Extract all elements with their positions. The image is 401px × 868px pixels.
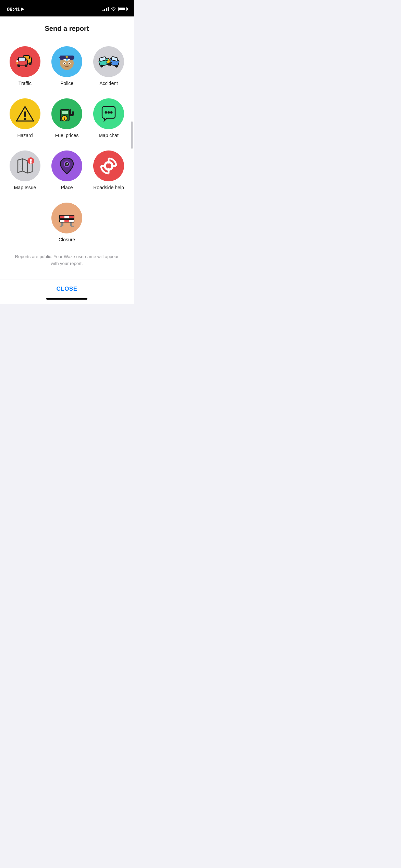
main-content: Send a report [0,16,134,279]
accident-label: Accident [99,81,118,86]
place-icon-circle [51,150,82,181]
svg-rect-9 [16,62,18,64]
fuel-icon-circle: $ [51,98,82,129]
svg-point-14 [66,59,68,61]
svg-point-7 [25,64,27,67]
svg-point-6 [17,64,20,67]
mapissue-label: Map Issue [14,185,36,190]
fuel-button[interactable]: $ Fuel prices [47,93,86,142]
traffic-icon-circle [10,46,40,77]
mapissue-icon-circle [10,150,40,181]
mapchat-label: Map chat [99,133,119,138]
scroll-indicator [131,121,133,149]
svg-point-39 [105,111,107,114]
svg-text:$: $ [63,117,65,120]
svg-rect-69 [69,215,74,219]
place-button[interactable]: Place [47,145,86,194]
home-bar [46,298,87,300]
police-label: Police [60,81,73,86]
svg-rect-36 [72,111,74,116]
closure-row: Closure [0,197,134,249]
roadside-icon-circle [93,150,124,181]
privacy-note: Reports are public. Your Waze username w… [0,249,134,272]
svg-rect-30 [24,111,26,117]
hazard-label: Hazard [17,133,33,138]
page-title: Send a report [0,16,134,38]
svg-point-18 [69,63,70,64]
svg-point-31 [24,118,26,120]
closure-label: Closure [59,237,75,242]
mapchat-button[interactable]: Map chat [89,93,128,142]
svg-point-40 [108,111,110,114]
svg-point-17 [64,63,65,64]
wifi-icon [111,6,116,12]
traffic-label: Traffic [19,81,32,86]
status-bar: 09:41 ▶ [0,0,134,16]
svg-rect-72 [60,219,64,222]
police-button[interactable]: Police [47,41,86,90]
accident-icon-circle [93,46,124,77]
svg-rect-73 [64,219,69,222]
report-grid: Traffic [0,38,134,197]
signal-icon [102,7,109,11]
location-icon: ▶ [21,7,24,11]
close-button[interactable]: CLOSE [7,286,127,292]
mapissue-button[interactable]: Map Issue [5,145,45,194]
closure-icon-circle [51,203,82,233]
place-label: Place [61,185,73,190]
svg-line-45 [18,160,23,171]
roadside-button[interactable]: Roadside help [89,145,128,194]
status-icons [102,6,127,12]
battery-icon [118,7,127,11]
svg-rect-68 [64,215,69,219]
roadside-label: Roadside help [93,185,124,190]
svg-rect-74 [69,219,74,222]
svg-point-3 [29,62,32,65]
svg-rect-33 [62,111,68,114]
svg-point-52 [67,163,68,164]
traffic-button[interactable]: Traffic [5,41,45,90]
svg-point-48 [30,162,32,164]
svg-rect-5 [19,57,25,61]
svg-rect-47 [30,159,32,162]
fuel-label: Fuel prices [55,133,78,138]
police-icon-circle [51,46,82,77]
bottom-bar: CLOSE [0,279,134,295]
accident-button[interactable]: Accident [89,41,128,90]
hazard-button[interactable]: Hazard [5,93,45,142]
status-time: 09:41 ▶ [7,6,24,12]
svg-rect-67 [60,215,64,219]
svg-rect-8 [16,60,18,62]
closure-button[interactable]: Closure [46,197,87,246]
hazard-icon-circle [10,98,40,129]
svg-point-41 [110,111,113,114]
home-indicator [0,295,134,304]
mapchat-icon-circle [93,98,124,129]
